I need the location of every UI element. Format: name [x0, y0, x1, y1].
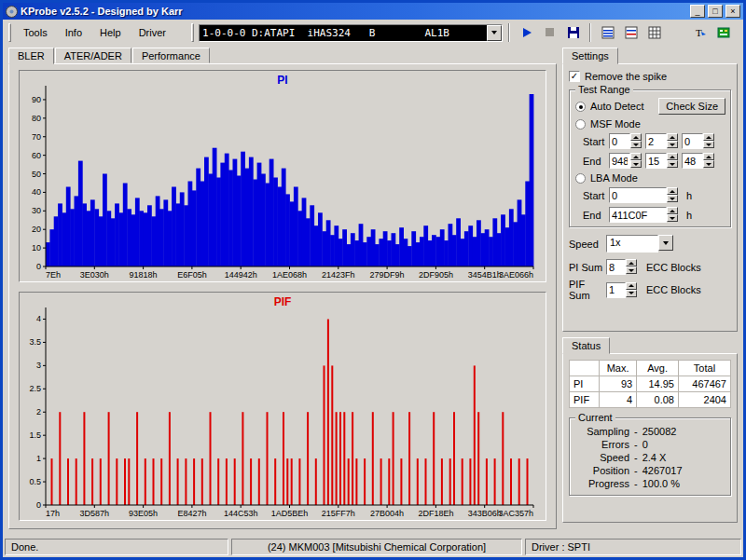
spin-down-icon[interactable] — [626, 290, 637, 297]
spin-down-icon[interactable] — [667, 214, 678, 222]
svg-text:2.5: 2.5 — [29, 384, 41, 393]
svg-text:0: 0 — [36, 262, 41, 271]
toolbar-grip[interactable] — [191, 23, 194, 42]
play-button[interactable] — [516, 22, 537, 43]
msf-end-frame-field[interactable] — [682, 153, 703, 169]
view-pi-chart-button[interactable] — [597, 22, 618, 43]
minimize-button[interactable]: _ — [690, 5, 705, 18]
svg-text:10: 10 — [32, 243, 41, 253]
chevron-down-icon[interactable] — [658, 235, 673, 251]
maximize-button[interactable]: □ — [708, 5, 723, 18]
tab-settings[interactable]: Settings — [562, 48, 618, 64]
stop-button[interactable] — [539, 22, 560, 43]
svg-text:2: 2 — [36, 407, 41, 417]
msf-start-sec-field[interactable] — [645, 133, 667, 149]
table-row: PIF 4 0.08 2404 — [570, 392, 731, 408]
close-button[interactable]: × — [725, 5, 740, 18]
pi-ecc-label: ECC Blocks — [646, 262, 701, 273]
view-pif-chart-button[interactable] — [620, 22, 642, 43]
pif-chart-frame: PIF00.511.522.533.5417h3D587h93E05hE8427… — [19, 292, 546, 521]
pi-avg: 14.95 — [637, 376, 679, 392]
pif-row-label: PIF — [570, 392, 600, 408]
spin-up-icon[interactable] — [626, 259, 637, 266]
svg-text:3AC357h: 3AC357h — [498, 509, 533, 518]
tab-performance[interactable]: Performance — [132, 48, 210, 63]
bler-tabpage: PI01020304050607080907Eh3E030h91818hE6F0… — [8, 63, 557, 529]
check-size-button[interactable]: Check Size — [658, 98, 725, 115]
speed-select[interactable]: 1x — [606, 235, 673, 253]
svg-text:40: 40 — [32, 187, 41, 197]
spin-up-icon[interactable] — [630, 153, 642, 160]
settings-panel: ✓ Remove the spike Test Range Auto Detec… — [562, 63, 738, 332]
app-icon — [6, 6, 18, 18]
svg-text:E8427h: E8427h — [177, 509, 206, 518]
menu-grip[interactable] — [8, 23, 11, 42]
svg-text:30: 30 — [32, 206, 41, 215]
spin-down-icon[interactable] — [667, 195, 678, 202]
msf-mode-radio[interactable] — [575, 119, 586, 130]
status-panel: Max. Avg. Total PI 93 14.95 467467 PIF 4… — [562, 353, 738, 523]
msf-end-min-spinner — [609, 153, 642, 169]
menu-tools[interactable]: Tools — [15, 23, 56, 42]
pif-sum-field[interactable] — [606, 282, 626, 298]
svg-text:3AE066h: 3AE066h — [499, 270, 533, 280]
pi-chart: PI01020304050607080907Eh3E030h91818hE6F0… — [21, 72, 545, 280]
spin-down-icon[interactable] — [630, 160, 642, 168]
pif-sum-label: PIF Sum — [569, 279, 606, 301]
toolbar-separator-2 — [589, 23, 591, 42]
svg-text:1AD5BEh: 1AD5BEh — [271, 509, 309, 518]
grid-view-button[interactable] — [643, 22, 665, 43]
spin-down-icon[interactable] — [630, 141, 642, 148]
spin-down-icon[interactable] — [667, 160, 678, 168]
msf-end-min-field[interactable] — [609, 153, 630, 169]
menu-driver[interactable]: Driver — [131, 23, 174, 42]
spin-down-icon[interactable] — [626, 266, 637, 274]
col-total: Total — [678, 361, 730, 376]
pi-sum-label: PI Sum — [569, 262, 606, 273]
spin-down-icon[interactable] — [667, 141, 678, 148]
svg-text:1: 1 — [36, 454, 41, 463]
pi-view-icon — [601, 26, 615, 39]
svg-text:1AE068h: 1AE068h — [272, 270, 307, 280]
msf-start-frame-field[interactable] — [682, 133, 703, 149]
auto-detect-radio[interactable] — [575, 102, 586, 112]
spin-down-icon[interactable] — [703, 141, 714, 148]
text-tool-button[interactable]: T — [689, 22, 711, 43]
spin-up-icon[interactable] — [630, 133, 642, 141]
speed-select-value: 1x — [606, 235, 658, 253]
spin-up-icon[interactable] — [703, 153, 714, 160]
progress-row: Progress - 100.0 % — [575, 478, 725, 489]
svg-text:91818h: 91818h — [130, 270, 158, 280]
lba-end-field[interactable] — [609, 207, 667, 223]
menu-help[interactable]: Help — [91, 23, 130, 42]
menu-info[interactable]: Info — [57, 23, 90, 42]
spin-up-icon[interactable] — [667, 133, 678, 141]
drive-select[interactable]: 1-0-0-0 D:ATAPI iHAS324 B AL1B — [199, 24, 503, 42]
remove-spike-checkbox[interactable]: ✓ — [569, 71, 580, 82]
spin-up-icon[interactable] — [667, 187, 678, 195]
msf-end-sec-field[interactable] — [645, 153, 667, 169]
spin-up-icon[interactable] — [703, 133, 714, 141]
tab-ater-ader[interactable]: ATER/ADER — [55, 48, 131, 63]
spin-down-icon[interactable] — [703, 160, 714, 168]
title-bar[interactable]: KProbe v2.5.2 - Designed by Karr _ □ × — [3, 3, 743, 20]
spin-up-icon[interactable] — [626, 282, 637, 290]
tab-bler[interactable]: BLER — [8, 48, 54, 64]
msf-start-min-field[interactable] — [609, 133, 630, 149]
spin-up-icon[interactable] — [667, 153, 678, 160]
spin-up-icon[interactable] — [667, 207, 678, 214]
lba-end-label: End — [583, 210, 609, 221]
lba-mode-radio[interactable] — [575, 173, 586, 184]
remove-spike-row: ✓ Remove the spike — [569, 71, 731, 82]
svg-text:0.5: 0.5 — [29, 477, 41, 486]
speed-status-value: 2.4 X — [642, 452, 667, 463]
pif-ecc-label: ECC Blocks — [646, 284, 701, 295]
chevron-down-icon[interactable] — [487, 25, 502, 41]
pi-chart-frame: PI01020304050607080907Eh3E030h91818hE6F0… — [19, 70, 546, 282]
lba-start-field[interactable] — [609, 187, 667, 203]
lba-start-hex-label: h — [686, 190, 692, 201]
save-button[interactable] — [562, 22, 584, 43]
pi-sum-field[interactable] — [606, 259, 626, 275]
led-panel-button[interactable] — [712, 22, 734, 43]
tab-status[interactable]: Status — [562, 337, 610, 354]
